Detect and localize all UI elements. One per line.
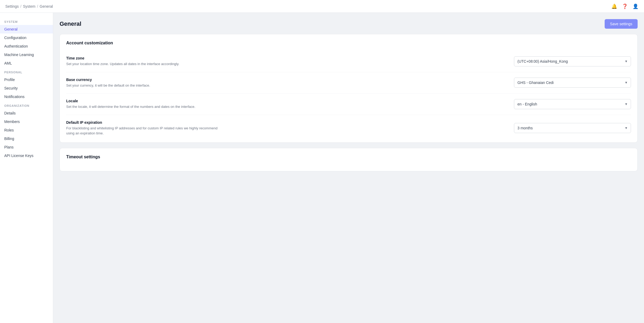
sidebar-item-plans-label: Plans xyxy=(4,145,14,149)
sidebar-item-billing[interactable]: Billing xyxy=(0,134,53,143)
sidebar-item-machine-learning-label: Machine Learning xyxy=(4,53,34,57)
ip-expiration-desc: For blacklisting and whitelisting IP add… xyxy=(66,126,220,136)
timezone-label: Time zone xyxy=(66,56,220,60)
locale-row: Locale Set the locale, it will determine… xyxy=(66,94,631,115)
timezone-desc: Set your location time zone. Updates all… xyxy=(66,61,220,67)
sidebar-item-notifications-label: Notifications xyxy=(4,95,24,99)
base-currency-control: GHS - Ghanaian Cedi USD - US Dollar EUR … xyxy=(514,78,631,88)
timezone-info: Time zone Set your location time zone. U… xyxy=(66,56,220,67)
timezone-row: Time zone Set your location time zone. U… xyxy=(66,51,631,72)
sidebar-item-roles-label: Roles xyxy=(4,128,14,132)
system-section-label: SYSTEM xyxy=(0,17,53,25)
base-currency-row: Base currency Set your currency, it will… xyxy=(66,72,631,94)
timezone-control: (UTC+08:00) Asia/Hong_Kong (UTC+00:00) U… xyxy=(514,56,631,66)
sidebar-item-security-label: Security xyxy=(4,86,18,90)
base-currency-info: Base currency Set your currency, it will… xyxy=(66,78,220,88)
sidebar-item-billing-label: Billing xyxy=(4,137,14,141)
sidebar-item-security[interactable]: Security xyxy=(0,84,53,92)
sidebar-item-details[interactable]: Details xyxy=(0,109,53,117)
sidebar-item-configuration[interactable]: Configuration xyxy=(0,33,53,42)
sidebar-item-details-label: Details xyxy=(4,111,16,115)
sidebar-item-configuration-label: Configuration xyxy=(4,36,26,40)
sidebar-item-api-license-keys[interactable]: API License Keys xyxy=(0,151,53,160)
timezone-select[interactable]: (UTC+08:00) Asia/Hong_Kong (UTC+00:00) U… xyxy=(514,56,631,66)
base-currency-select-wrapper: GHS - Ghanaian Cedi USD - US Dollar EUR … xyxy=(514,78,631,88)
sidebar-item-api-license-keys-label: API License Keys xyxy=(4,154,34,158)
page-title: General xyxy=(60,20,81,27)
sidebar-item-general-label: General xyxy=(4,27,18,31)
save-settings-button[interactable]: Save settings xyxy=(605,19,638,29)
sidebar-item-notifications[interactable]: Notifications xyxy=(0,92,53,101)
account-customization-card: Account customization Time zone Set your… xyxy=(60,34,638,143)
sidebar-item-members-label: Members xyxy=(4,120,20,124)
breadcrumb-settings[interactable]: Settings xyxy=(5,4,19,8)
sidebar-item-aml-label: AML xyxy=(4,61,12,65)
locale-select-wrapper: en - English fr - French de - German es … xyxy=(514,99,631,109)
topbar-icons: 🔔 ❓ 👤 xyxy=(611,3,639,10)
page-header: General Save settings xyxy=(60,19,638,29)
sidebar-item-aml[interactable]: AML xyxy=(0,59,53,67)
breadcrumb-system[interactable]: System xyxy=(23,4,35,8)
main-content: General Save settings Account customizat… xyxy=(53,13,644,323)
ip-expiration-select-wrapper: 3 months 1 month 6 months 1 year Never ▼ xyxy=(514,123,631,133)
locale-info: Locale Set the locale, it will determine… xyxy=(66,99,220,109)
locale-control: en - English fr - French de - German es … xyxy=(514,99,631,109)
sidebar-item-general[interactable]: General xyxy=(0,25,53,33)
sidebar: SYSTEM General Configuration Authenticat… xyxy=(0,13,53,323)
sidebar-item-machine-learning[interactable]: Machine Learning xyxy=(0,50,53,59)
base-currency-label: Base currency xyxy=(66,78,220,82)
topbar: Settings / System / General 🔔 ❓ 👤 xyxy=(0,0,644,13)
sidebar-item-authentication[interactable]: Authentication xyxy=(0,42,53,50)
ip-expiration-info: Default IP expiration For blacklisting a… xyxy=(66,120,220,136)
sidebar-item-members[interactable]: Members xyxy=(0,117,53,126)
breadcrumb-general[interactable]: General xyxy=(40,4,53,8)
ip-expiration-select[interactable]: 3 months 1 month 6 months 1 year Never xyxy=(514,123,631,133)
organization-section-label: ORGANIZATION xyxy=(0,101,53,109)
sidebar-item-plans[interactable]: Plans xyxy=(0,143,53,151)
timeout-settings-card: Timeout settings xyxy=(60,148,638,171)
ip-expiration-row: Default IP expiration For blacklisting a… xyxy=(66,115,631,136)
locale-label: Locale xyxy=(66,99,220,103)
help-icon[interactable]: ❓ xyxy=(622,3,628,10)
sidebar-item-authentication-label: Authentication xyxy=(4,44,28,48)
breadcrumb-sep-2: / xyxy=(37,4,38,8)
account-customization-title: Account customization xyxy=(66,41,631,45)
sidebar-item-roles[interactable]: Roles xyxy=(0,126,53,134)
locale-select[interactable]: en - English fr - French de - German es … xyxy=(514,99,631,109)
personal-section-label: PERSONAL xyxy=(0,67,53,75)
timeout-settings-title: Timeout settings xyxy=(66,155,631,159)
timezone-select-wrapper: (UTC+08:00) Asia/Hong_Kong (UTC+00:00) U… xyxy=(514,56,631,66)
user-icon[interactable]: 👤 xyxy=(632,3,639,10)
ip-expiration-control: 3 months 1 month 6 months 1 year Never ▼ xyxy=(514,123,631,133)
base-currency-desc: Set your currency, it will be the defaul… xyxy=(66,83,220,88)
sidebar-item-profile-label: Profile xyxy=(4,78,15,82)
base-currency-select[interactable]: GHS - Ghanaian Cedi USD - US Dollar EUR … xyxy=(514,78,631,88)
layout: SYSTEM General Configuration Authenticat… xyxy=(0,0,644,323)
ip-expiration-label: Default IP expiration xyxy=(66,120,220,125)
breadcrumb: Settings / System / General xyxy=(5,4,53,8)
breadcrumb-sep-1: / xyxy=(20,4,22,8)
sidebar-item-profile[interactable]: Profile xyxy=(0,75,53,84)
bell-icon[interactable]: 🔔 xyxy=(611,3,617,10)
locale-desc: Set the locale, it will determine the fo… xyxy=(66,104,220,109)
